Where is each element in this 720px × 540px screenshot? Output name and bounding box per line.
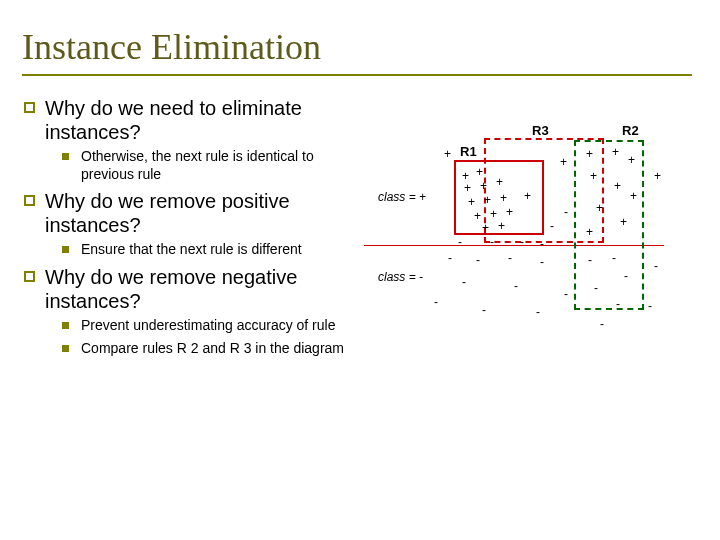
plus-icon: +: [498, 220, 505, 232]
bullet-text: Ensure that the next rule is different: [81, 241, 302, 259]
plus-icon: +: [524, 190, 531, 202]
plus-icon: +: [476, 166, 483, 178]
bullet-text: Prevent underestimating accuracy of rule: [81, 317, 335, 335]
minus-icon: -: [594, 282, 598, 294]
minus-icon: -: [536, 306, 540, 318]
minus-icon: -: [564, 288, 568, 300]
plus-icon: +: [506, 206, 513, 218]
bullet-lvl2: Prevent underestimating accuracy of rule: [62, 317, 364, 335]
minus-icon: -: [476, 254, 480, 266]
plus-icon: +: [500, 192, 507, 204]
bullet-lvl1: Why do we need to eliminate instances?: [24, 96, 364, 144]
plus-icon: +: [560, 156, 567, 168]
plus-icon: +: [628, 154, 635, 166]
minus-icon: -: [624, 270, 628, 282]
plus-icon: +: [596, 202, 603, 214]
minus-icon: -: [462, 276, 466, 288]
minus-icon: -: [508, 252, 512, 264]
minus-icon: -: [458, 236, 462, 248]
slide-title: Instance Elimination: [0, 0, 720, 74]
plus-icon: +: [484, 194, 491, 206]
bullet-lvl2: Ensure that the next rule is different: [62, 241, 364, 259]
text-column: Why do we need to eliminate instances? O…: [24, 90, 364, 364]
bullet-lvl1: Why do we remove negative instances?: [24, 265, 364, 313]
minus-icon: -: [550, 220, 554, 232]
minus-icon: -: [540, 256, 544, 268]
minus-icon: -: [490, 236, 494, 248]
minus-icon: -: [654, 260, 658, 272]
content-area: Why do we need to eliminate instances? O…: [0, 76, 720, 364]
minus-icon: -: [434, 296, 438, 308]
bullet-text: Why do we need to eliminate instances?: [45, 96, 364, 144]
small-square-bullet-icon: [62, 345, 69, 352]
bullet-lvl1: Why do we remove positive instances?: [24, 189, 364, 237]
plus-icon: +: [468, 196, 475, 208]
small-square-bullet-icon: [62, 246, 69, 253]
plus-icon: +: [464, 182, 471, 194]
bullet-text: Why do we remove positive instances?: [45, 189, 364, 237]
plus-icon: +: [480, 180, 487, 192]
class-minus-label: class = -: [378, 270, 423, 284]
minus-icon: -: [520, 236, 524, 248]
minus-icon: -: [540, 238, 544, 250]
bullet-text: Why do we remove negative instances?: [45, 265, 364, 313]
plus-icon: +: [490, 208, 497, 220]
plus-icon: +: [474, 210, 481, 222]
plus-icon: +: [654, 170, 661, 182]
plus-icon: +: [586, 226, 593, 238]
square-bullet-icon: [24, 102, 35, 113]
bullet-text: Otherwise, the next rule is identical to…: [81, 148, 364, 183]
minus-icon: -: [648, 300, 652, 312]
small-square-bullet-icon: [62, 322, 69, 329]
square-bullet-icon: [24, 195, 35, 206]
square-bullet-icon: [24, 271, 35, 282]
class-plus-label: class = +: [378, 190, 426, 204]
minus-icon: -: [612, 252, 616, 264]
plus-icon: +: [590, 170, 597, 182]
r2-label: R2: [622, 123, 639, 138]
plus-icon: +: [586, 148, 593, 160]
rule-diagram: R1 R3 R2 class = + class = - + + + + + +…: [364, 120, 664, 340]
plus-icon: +: [496, 176, 503, 188]
minus-icon: -: [482, 304, 486, 316]
plus-icon: +: [444, 148, 451, 160]
r1-label: R1: [460, 144, 477, 159]
bullet-lvl2: Otherwise, the next rule is identical to…: [62, 148, 364, 183]
diagram-column: R1 R3 R2 class = + class = - + + + + + +…: [364, 90, 694, 364]
plus-icon: +: [612, 146, 619, 158]
plus-icon: +: [630, 190, 637, 202]
minus-icon: -: [616, 298, 620, 310]
minus-icon: -: [588, 254, 592, 266]
minus-icon: -: [514, 280, 518, 292]
bullet-text: Compare rules R 2 and R 3 in the diagram: [81, 340, 344, 358]
minus-icon: -: [448, 252, 452, 264]
plus-icon: +: [620, 216, 627, 228]
small-square-bullet-icon: [62, 153, 69, 160]
minus-icon: -: [564, 206, 568, 218]
plus-icon: +: [614, 180, 621, 192]
r3-label: R3: [532, 123, 549, 138]
minus-icon: -: [600, 318, 604, 330]
plus-icon: +: [482, 222, 489, 234]
bullet-lvl2: Compare rules R 2 and R 3 in the diagram: [62, 340, 364, 358]
